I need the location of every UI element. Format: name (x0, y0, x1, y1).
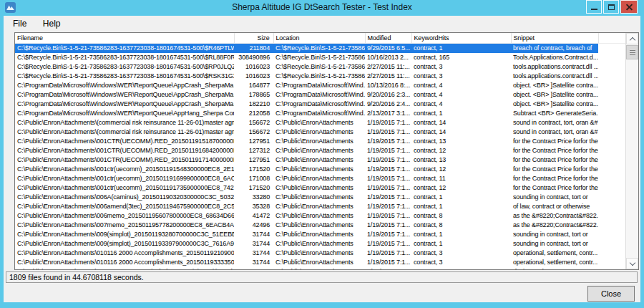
row-filler (598, 249, 625, 258)
table-cell: operational, settlement, contr... (511, 258, 598, 267)
table-cell: C:\ProgramData\Microsoft\Windows\WER\Rep… (15, 109, 234, 118)
close-button[interactable]: Close (587, 286, 635, 302)
table-cell: C:\Public\EnronAttachments (273, 146, 365, 155)
table-cell: C:\Public\EnronAttachments (273, 155, 365, 165)
table-cell: contract, 3 (411, 249, 511, 258)
table-row[interactable]: C:\$Recycle.Bin\S-1-5-21-73586283-163772… (15, 53, 625, 62)
table-cell: Subtract <BR> GenerateSeria... (511, 109, 598, 118)
titlebar[interactable]: Sherpa Altitude IG DtSearch Tester - Tes… (0, 0, 644, 16)
scrollbar-grip-icon (630, 52, 635, 53)
table-cell: contract, 1 (411, 43, 511, 53)
row-filler (598, 137, 625, 146)
column-header-size[interactable]: Size (234, 33, 273, 43)
table-cell: contract, 1 (411, 193, 511, 202)
table-cell: contract, 13 (411, 155, 511, 165)
window-title: Sherpa Altitude IG DtSearch Tester - Tes… (0, 2, 644, 12)
table-cell: 1/19/2015 7:1... (365, 118, 411, 127)
table-row[interactable]: C:\ProgramData\Microsoft\Windows\WER\Rep… (15, 81, 625, 90)
column-header-modified[interactable]: Modified (365, 33, 411, 43)
table-cell: 31744 (234, 249, 273, 258)
table-row[interactable]: C:\Public\EnronAttachments\006memo_20150… (15, 211, 625, 221)
scrollbar-thumb[interactable] (626, 45, 638, 59)
column-header-filename[interactable]: Filename (15, 33, 234, 43)
table-cell: C:\Public\EnronAttachments\006memo_20150… (15, 211, 234, 221)
table-row[interactable]: C:\Public\EnronAttachments\001CTR(UECOMM… (15, 137, 625, 146)
table-row[interactable]: C:\Public\EnronAttachments\006amend(3tec… (15, 202, 625, 211)
table-row[interactable]: C:\Public\EnronAttachments\006A(caminus)… (15, 193, 625, 202)
minimize-button[interactable] (586, 0, 602, 14)
table-cell: C:\$Recycle.Bin\S-1-5-21-73586283-163772… (15, 43, 234, 53)
menu-file[interactable]: File (6, 16, 33, 31)
table-cell: for the Contract Price forfor the... (511, 165, 598, 174)
table-cell: C:\Public\EnronAttachments\001ctr(uecomm… (15, 183, 234, 193)
table-cell: 1/19/2015 7:1... (365, 249, 411, 258)
scrollbar-down-button[interactable] (626, 258, 638, 269)
table-row[interactable]: C:\Public\EnronAttachments\001CTR(UECOMM… (15, 155, 625, 165)
table-row[interactable]: C:\Public\EnronAttachments\010116 2000 A… (15, 249, 625, 258)
table-cell: 10/16/2013 2... (365, 53, 411, 62)
table-cell: contract, 165 (411, 53, 511, 62)
table-cell: 1/19/2015 7:1... (365, 258, 411, 267)
table-row[interactable]: C:\$Recycle.Bin\S-1-5-21-73586283-163772… (15, 72, 625, 81)
table-cell: C:\Public\EnronAttachments (273, 202, 365, 211)
row-filler (598, 155, 625, 165)
table-cell: C:\Public\EnronAttachments (273, 183, 365, 193)
maximize-button[interactable] (603, 0, 619, 14)
menu-help[interactable]: Help (36, 16, 67, 31)
row-filler (598, 165, 625, 174)
column-header-location[interactable]: Location (273, 33, 365, 43)
column-header-filler (598, 33, 625, 43)
vertical-scrollbar[interactable] (625, 33, 638, 269)
table-cell: contract, 1 (411, 230, 511, 239)
table-cell: 2/13/2017 3:1... (365, 109, 411, 118)
app-window: Sherpa Altitude IG DtSearch Tester - Tes… (0, 0, 644, 308)
table-row[interactable]: C:\Public\EnronAttachments\001CTR(UECOMM… (15, 146, 625, 155)
column-header-snippet[interactable]: Snippet (511, 33, 598, 43)
table-row[interactable]: C:\$Recycle.Bin\S-1-5-21-73586283-163772… (15, 62, 625, 72)
table-row[interactable]: C:\ProgramData\Microsoft\Windows\WER\Rep… (15, 100, 625, 109)
table-row[interactable]: C:\Public\EnronAttachments\007memo_20150… (15, 221, 625, 230)
table-cell: 1/19/2015 7:1... (365, 127, 411, 137)
table-cell: object. <BR> ]Satellite contra... (511, 81, 598, 90)
row-filler (598, 62, 625, 72)
table-cell: operational, settlement, contr... (511, 249, 598, 258)
row-filler (598, 174, 625, 183)
table-header-row: FilenameSizeLocationModifiedKeywordHitsS… (15, 33, 625, 43)
table-cell: 33280 (234, 193, 273, 202)
table-cell: 178865 (234, 90, 273, 100)
column-header-keywordhits[interactable]: KeywordHits (411, 33, 511, 43)
close-window-button[interactable] (620, 0, 638, 14)
table-cell: C:\Public\EnronAttachments (273, 211, 365, 221)
table-row[interactable]: C:\ProgramData\Microsoft\Windows\WER\Rep… (15, 90, 625, 100)
table-cell: C:\$Recycle.Bin\S-1-5-21-73586283-163772… (15, 72, 234, 81)
table-cell: 1/19/2015 7:1... (365, 137, 411, 146)
table-cell: tools.applications.contract.dll ... (511, 72, 598, 81)
table-row[interactable]: C:\ProgramData\Microsoft\Windows\WER\Rep… (15, 109, 625, 118)
table-row[interactable]: C:\Public\EnronAttachments\01-235 04-10-… (15, 267, 625, 270)
table-cell: C:\ProgramData\Microsoft\Wind... (273, 100, 365, 109)
table-cell: C:\$Recycle.Bin\S-1-5-21-735862... (273, 62, 365, 72)
row-filler (598, 267, 625, 270)
table-row[interactable]: C:\Public\EnronAttachments\009(simplot)_… (15, 239, 625, 249)
table-row[interactable]: C:\Public\EnronAttachments\010116 2000 A… (15, 258, 625, 267)
row-filler (598, 239, 625, 249)
table-row[interactable]: C:\Public\EnronAttachments\001ctr(uecomm… (15, 165, 625, 174)
table-row[interactable]: C:\Public\EnronAttachments\(commercial r… (15, 127, 625, 137)
row-filler (598, 183, 625, 193)
table-row[interactable]: C:\$Recycle.Bin\S-1-5-21-73586283-163772… (15, 43, 625, 53)
table-row[interactable]: C:\Public\EnronAttachments\001ctr(uecomm… (15, 183, 625, 193)
table-cell: contract, 3 (411, 258, 511, 267)
table-body: C:\$Recycle.Bin\S-1-5-21-73586283-163772… (15, 43, 625, 269)
table-row[interactable]: C:\Public\EnronAttachments\001ctr(uecomm… (15, 174, 625, 183)
table-cell: of law, contract or otherwise (511, 202, 598, 211)
table-cell: contract, 11 (411, 174, 511, 183)
scrollbar-up-button[interactable] (626, 33, 638, 44)
table-row[interactable]: C:\Public\EnronAttachments\009(simplot)_… (15, 230, 625, 239)
table-cell: C:\Public\EnronAttachments (273, 165, 365, 174)
table-cell: contract, 4 (411, 81, 511, 90)
table-cell: C:\Public\EnronAttachments (273, 127, 365, 137)
table-cell: C:\Public\EnronAttachments\001CTR(UECOMM… (15, 155, 234, 165)
table-row[interactable]: C:\Public\EnronAttachments\(commercial r… (15, 118, 625, 127)
results-table-area: FilenameSizeLocationModifiedKeywordHitsS… (15, 33, 625, 269)
table-cell: 2/27/2015 11:... (365, 62, 411, 72)
